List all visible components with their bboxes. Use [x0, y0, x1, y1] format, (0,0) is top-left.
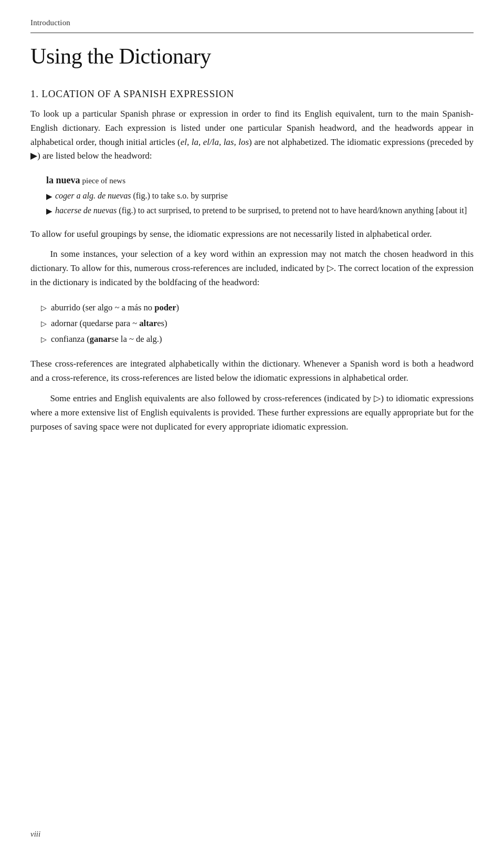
headword-entry: la nueva piece of news: [46, 173, 474, 189]
header-label: Introduction: [30, 18, 70, 27]
dictionary-example: la nueva piece of news ▶ coger a alg. de…: [46, 173, 474, 217]
bullet-arrow-2: ▶: [46, 205, 52, 218]
cross-ref-symbol-1: ▷: [41, 302, 47, 315]
page-number: viii: [30, 830, 40, 838]
section-1-paragraph-5: Some entries and English equivalents are…: [30, 392, 474, 434]
section-1-paragraph-2: To allow for useful groupings by sense, …: [30, 227, 474, 242]
cross-ref-1: ▷ aburrido (ser algo ~ a más no poder): [41, 300, 474, 315]
cross-ref-text-1: aburrido (ser algo ~ a más no poder): [51, 300, 179, 315]
example-entry-1: ▶ coger a alg. de nuevas (fig.) to take …: [46, 190, 474, 203]
page-header: Introduction: [30, 16, 474, 33]
page: Introduction Using the Dictionary 1. Loc…: [0, 0, 504, 856]
section-1: 1. Location of a Spanish Expression To l…: [30, 86, 474, 434]
section-1-paragraph-3: In some instances, your selection of a k…: [30, 247, 474, 290]
example-text-1: coger a alg. de nuevas (fig.) to take s.…: [55, 190, 228, 203]
section-heading-text: Location of a Spanish Expression: [41, 88, 234, 99]
cross-ref-symbol-3: ▷: [41, 333, 47, 346]
example-text-2: hacerse de nuevas (fig.) to act surprise…: [55, 204, 467, 217]
headword-text: la nueva: [46, 175, 80, 185]
cross-reference-section: ▷ aburrido (ser algo ~ a más no poder) ▷…: [41, 300, 474, 347]
section-number: 1.: [30, 88, 39, 99]
headword-definition: piece of news: [82, 176, 125, 185]
cross-ref-text-2: adornar (quedarse para ~ altares): [51, 316, 167, 331]
cross-ref-symbol-2: ▷: [41, 318, 47, 330]
cross-ref-2: ▷ adornar (quedarse para ~ altares): [41, 316, 474, 331]
page-title: Using the Dictionary: [30, 39, 474, 74]
cross-ref-text-3: confianza (ganarse la ~ de alg.): [51, 332, 162, 347]
section-1-heading: 1. Location of a Spanish Expression: [30, 86, 474, 101]
section-1-paragraph-1: To look up a particular Spanish phrase o…: [30, 107, 474, 163]
bullet-arrow-1: ▶: [46, 190, 52, 203]
section-1-paragraph-4: These cross-references are integrated al…: [30, 357, 474, 385]
page-footer: viii: [30, 828, 40, 840]
cross-ref-3: ▷ confianza (ganarse la ~ de alg.): [41, 332, 474, 347]
example-entry-2: ▶ hacerse de nuevas (fig.) to act surpri…: [46, 204, 474, 218]
